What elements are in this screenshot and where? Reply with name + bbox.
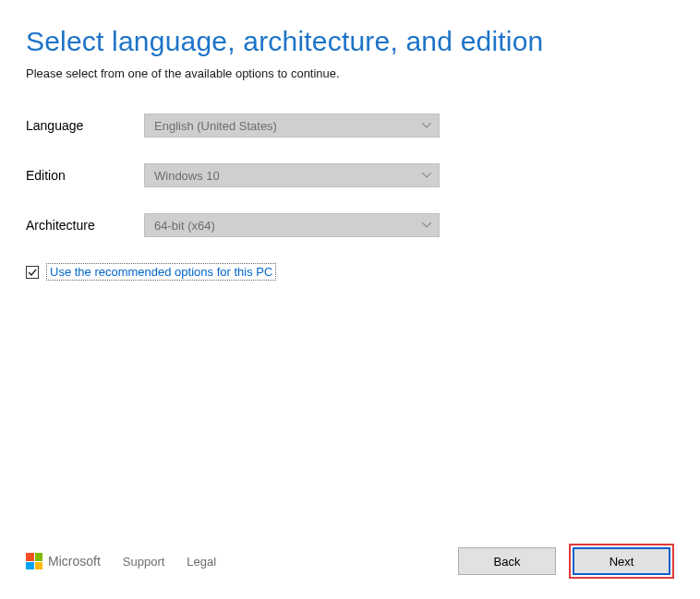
legal-link[interactable]: Legal — [187, 555, 216, 569]
footer-left: Microsoft Support Legal — [26, 553, 458, 569]
edition-value: Windows 10 — [154, 169, 220, 183]
architecture-select[interactable]: 64-bit (x64) — [144, 213, 440, 237]
support-link[interactable]: Support — [123, 555, 165, 569]
next-button[interactable]: Next — [573, 547, 670, 575]
footer: Microsoft Support Legal Back Next — [0, 540, 700, 599]
architecture-label: Architecture — [26, 218, 144, 233]
microsoft-logo-icon — [26, 553, 42, 569]
architecture-value: 64-bit (x64) — [154, 219, 215, 233]
edition-row: Edition Windows 10 — [26, 163, 674, 187]
architecture-row: Architecture 64-bit (x64) — [26, 213, 674, 237]
page-subtitle: Please select from one of the available … — [26, 66, 674, 80]
chevron-down-icon — [422, 222, 431, 228]
chevron-down-icon — [422, 123, 431, 128]
language-label: Language — [26, 118, 144, 133]
footer-right: Back Next — [458, 544, 674, 579]
language-value: English (United States) — [154, 119, 277, 133]
edition-label: Edition — [26, 168, 144, 183]
checkmark-icon — [28, 268, 37, 277]
language-row: Language English (United States) — [26, 114, 674, 138]
back-button[interactable]: Back — [458, 547, 556, 575]
edition-select[interactable]: Windows 10 — [144, 163, 440, 187]
next-button-highlight: Next — [569, 544, 674, 579]
recommended-checkbox[interactable] — [26, 266, 39, 279]
microsoft-logo: Microsoft — [26, 553, 101, 569]
page-title: Select language, architecture, and editi… — [26, 26, 674, 57]
language-select[interactable]: English (United States) — [144, 114, 440, 138]
recommended-checkbox-row: Use the recommended options for this PC — [26, 263, 674, 281]
chevron-down-icon — [422, 173, 431, 178]
recommended-checkbox-label[interactable]: Use the recommended options for this PC — [46, 263, 276, 281]
microsoft-logo-text: Microsoft — [48, 554, 101, 569]
